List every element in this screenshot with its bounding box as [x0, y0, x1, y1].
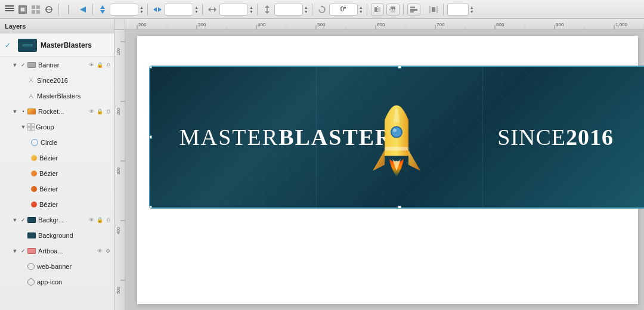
visibility-rocket-icon[interactable]: • [19, 108, 27, 114]
print-rocket-icon[interactable]: ⎙ [104, 108, 112, 115]
x-stepper[interactable]: ▲▼ [194, 5, 199, 14]
layer-item-bezier3[interactable]: Bézier [0, 181, 114, 197]
svg-point-83 [392, 128, 401, 137]
rotation-icon [316, 4, 328, 16]
web-banner-layer-name: web-banner [37, 263, 112, 270]
expand-group-icon[interactable]: ▼ [19, 123, 27, 131]
flip-v-button[interactable] [386, 4, 400, 16]
master-layer-row[interactable]: ✓ MasterBlasters [0, 33, 114, 57]
frame-tool-icon[interactable] [17, 4, 29, 16]
y-stepper[interactable]: ▲▼ [140, 5, 144, 14]
arrange-tool-icon[interactable] [30, 4, 42, 16]
lock-icon[interactable]: 🔒 [96, 61, 103, 69]
artboard-color-swatch [27, 248, 36, 254]
svg-rect-5 [32, 5, 35, 9]
bezier2-swatch [31, 170, 37, 176]
layer-item-masterblasters-text[interactable]: A MasterBlasters [0, 88, 114, 104]
layers-title: Layers [5, 23, 26, 30]
rotation-input[interactable] [329, 4, 358, 16]
svg-text:300: 300 [116, 168, 120, 175]
svg-rect-31 [410, 9, 417, 11]
svg-point-84 [393, 129, 397, 132]
layer-item-group[interactable]: ▼ Group [0, 119, 114, 135]
layer-item-circle[interactable]: Circle [0, 135, 114, 150]
canvas-area[interactable]: 200 300 400 500 600 700 800 900 [114, 19, 644, 310]
flip-h-button[interactable] [371, 4, 384, 16]
h-input[interactable] [274, 4, 303, 16]
print-icon[interactable]: ⎙ [104, 61, 112, 69]
move-right-icon[interactable] [77, 4, 89, 16]
layer-item-banner[interactable]: ▼ ✓ Banner 👁 🔒 ⎙ [0, 57, 114, 73]
layer-item-artboard[interactable]: ▼ ✓ Artboa... 👁 ⚙ [0, 243, 114, 259]
svg-rect-38 [27, 128, 30, 131]
svg-marker-21 [265, 11, 270, 14]
app-icon-layer-name: app-icon [37, 278, 112, 286]
canvas-viewport[interactable]: MasterBlasters Since2016 [125, 30, 644, 310]
expand-bg-icon[interactable]: ▼ [11, 216, 19, 224]
layer-item-web-banner[interactable]: web-banner [0, 259, 114, 274]
opacity-input[interactable] [447, 4, 469, 16]
x-input[interactable] [165, 4, 193, 16]
layer-item-app-icon[interactable]: app-icon [0, 274, 114, 290]
expand-artboard-icon[interactable]: ▼ [11, 247, 19, 255]
rocket-graphic [367, 85, 432, 186]
svg-rect-25 [378, 7, 380, 12]
expand-banner-icon[interactable]: ▼ [11, 61, 19, 69]
svg-rect-36 [27, 123, 30, 126]
svg-rect-85 [385, 147, 408, 151]
layer-item-background[interactable]: Background [0, 228, 114, 243]
w-input[interactable] [219, 4, 248, 16]
symbol-tool-icon[interactable] [43, 4, 55, 16]
bezier1-swatch [31, 155, 37, 161]
background-layer-name: Background [38, 232, 112, 239]
background-item-swatch [27, 232, 36, 238]
x-input-group: ▲▼ [151, 4, 199, 16]
eye-rocket-icon[interactable]: 👁 [88, 108, 95, 115]
visibility-artboard-icon[interactable]: ✓ [19, 248, 27, 254]
expand-rocket-icon[interactable]: ▼ [11, 107, 19, 116]
layer-item-since2016[interactable]: A Since2016 [0, 73, 114, 88]
eye-artboard-icon[interactable]: 👁 [96, 247, 103, 255]
layer-item-bezier4[interactable]: Bézier [0, 197, 114, 212]
divider-icon [63, 4, 75, 16]
master-layer-name: MasterBlasters [41, 41, 92, 49]
layer-item-rocket[interactable]: ▼ • Rocket... 👁 🔒 ⎙ [0, 104, 114, 119]
y-arrow-icon [97, 4, 109, 16]
layer-item-bezier1[interactable]: Bézier [0, 150, 114, 166]
visibility-bg-icon[interactable]: ✓ [19, 217, 27, 223]
svg-text:100: 100 [116, 48, 120, 55]
opacity-group: ▲▼ [447, 4, 474, 16]
lock-bg-icon[interactable]: 🔒 [96, 216, 103, 224]
h-stepper[interactable]: ▲▼ [304, 5, 308, 14]
web-banner-swatch [27, 263, 35, 270]
svg-text:200: 200 [138, 22, 147, 27]
layers-tool-icon[interactable] [4, 4, 16, 16]
eye-bg-icon[interactable]: 👁 [88, 216, 95, 224]
distribute-icon[interactable] [428, 4, 439, 16]
align-left-button[interactable] [407, 4, 420, 16]
layers-list: ▼ ✓ Banner 👁 🔒 ⎙ A Since2016 A Ma [0, 57, 114, 310]
banner-background: MasterBlasters Since2016 [149, 66, 644, 209]
print-bg-icon[interactable]: ⎙ [104, 216, 112, 224]
svg-rect-27 [391, 7, 395, 9]
text-item-icon: A [27, 77, 35, 84]
w-arrow-icon [206, 4, 218, 16]
banner-container[interactable]: MasterBlasters Since2016 [149, 66, 644, 209]
opacity-stepper[interactable]: ▲▼ [470, 5, 474, 14]
layer-item-bezier2[interactable]: Bézier [0, 166, 114, 181]
rocket-layer-name: Rocket... [38, 108, 88, 115]
eye-icon[interactable]: 👁 [88, 61, 95, 69]
since2016-layer-name: Since2016 [37, 77, 112, 84]
visibility-banner-icon[interactable]: ✓ [19, 62, 27, 68]
lock-rocket-icon[interactable]: 🔒 [96, 108, 103, 115]
svg-text:700: 700 [436, 22, 445, 27]
group-icon [27, 123, 35, 131]
w-stepper[interactable]: ▲▼ [249, 5, 253, 14]
layer-item-backgr-group[interactable]: ▼ ✓ Backgr... 👁 🔒 ⎙ [0, 212, 114, 228]
svg-rect-7 [32, 10, 35, 14]
settings-artboard-icon[interactable]: ⚙ [104, 247, 112, 255]
banner-text-since2016: Since2016 [497, 124, 614, 150]
y-input[interactable] [110, 4, 138, 16]
rotation-stepper[interactable]: ▲▼ [359, 5, 363, 14]
svg-marker-20 [265, 5, 270, 8]
